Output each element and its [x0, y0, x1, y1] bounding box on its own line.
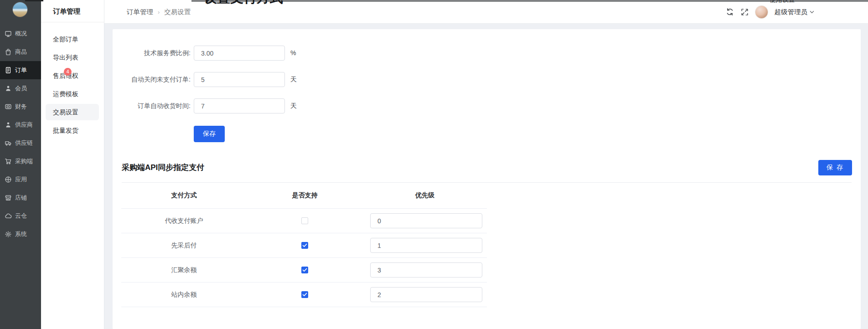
sidebar-item-shop[interactable]: 店铺: [0, 189, 41, 207]
submenu-item-1[interactable]: 导出列表: [41, 48, 104, 67]
priority-cell: [363, 262, 487, 278]
sidebar-item-reel[interactable]: 应用: [0, 170, 41, 189]
truck-icon: [5, 139, 12, 147]
form-unit-suffix: %: [290, 46, 296, 61]
sidebar-item-label: 系统: [15, 230, 27, 238]
sidebar-item-label: 采购端: [15, 157, 33, 165]
sidebar-item-label: 店铺: [15, 194, 27, 202]
submenu-title: 订单管理: [41, 0, 104, 22]
form-value-input[interactable]: [194, 72, 285, 87]
settings-form-row: 自动关闭未支付订单:天: [113, 72, 309, 87]
trade-settings-card: 技术服务费比例:%自动关闭未支付订单:天订单自动收货时间:天 保存 采购端API…: [113, 29, 861, 329]
submenu-item-5[interactable]: 批量发货: [41, 121, 104, 139]
supplier-icon: [5, 121, 12, 129]
submenu-item-label: 全部订单: [53, 36, 78, 43]
column-header-supported: 是否支持: [247, 191, 363, 200]
gear-icon: [5, 231, 12, 238]
submenu-item-label: 批量发货: [53, 127, 78, 134]
sidebar-item-finance[interactable]: 财务: [0, 98, 41, 116]
breadcrumb-parent[interactable]: 订单管理: [127, 8, 153, 16]
sidebar-item-cloud[interactable]: 云仓: [0, 207, 41, 225]
supported-cell: [247, 217, 363, 224]
save-payment-button[interactable]: 保 存: [818, 160, 852, 175]
sidebar-item-order[interactable]: 订单: [0, 61, 41, 79]
form-unit-suffix: 天: [290, 72, 297, 87]
reel-icon: [5, 176, 12, 183]
priority-input[interactable]: [370, 262, 482, 278]
sidebar-item-label: 会员: [15, 84, 27, 93]
user-menu[interactable]: 超级管理员: [775, 8, 815, 16]
payment-method-label: 先采后付: [121, 242, 247, 250]
payment-table-row: 汇聚余额: [121, 258, 487, 283]
form-value-input[interactable]: [194, 46, 285, 61]
supported-cell: [247, 291, 363, 298]
fullscreen-icon[interactable]: [741, 8, 749, 16]
sidebar-item-label: 云仓: [15, 212, 27, 220]
save-settings-button[interactable]: 保存: [194, 126, 225, 142]
priority-input[interactable]: [370, 213, 482, 228]
payment-method-label: 站内余额: [121, 291, 247, 299]
breadcrumb-separator-icon: ›: [158, 9, 160, 15]
submenu-item-4[interactable]: 交易设置: [41, 103, 104, 121]
chevron-down-icon: [810, 10, 814, 14]
support-checkbox[interactable]: [301, 242, 308, 249]
sidebar-item-bag[interactable]: 商品: [0, 43, 41, 61]
monitor-icon: [5, 30, 12, 37]
payment-table-row: 站内余额: [121, 283, 487, 307]
submenu-item-label: 导出列表: [53, 54, 78, 61]
settings-form-row: 订单自动收货时间:天: [113, 98, 309, 113]
settings-form-row: 技术服务费比例:%: [113, 46, 309, 61]
sidebar-item-label: 供应商: [15, 121, 33, 129]
app-logo[interactable]: [13, 2, 27, 17]
payment-method-label: 汇聚余额: [121, 266, 247, 274]
user-avatar[interactable]: [755, 6, 768, 18]
support-checkbox[interactable]: [301, 217, 308, 224]
shop-icon: [5, 194, 12, 201]
sidebar-item-label: 概况: [15, 30, 27, 38]
priority-input[interactable]: [370, 287, 482, 302]
sidebar-item-member[interactable]: 会员: [0, 79, 41, 98]
support-checkbox[interactable]: [301, 291, 308, 298]
form-label: 技术服务费比例:: [113, 46, 191, 61]
payment-section-title: 采购端API同步指定支付: [122, 162, 204, 173]
form-value-input[interactable]: [194, 98, 285, 113]
primary-sidebar: 概况商品订单会员财务供应商供应链采购端应用店铺云仓系统: [0, 0, 41, 329]
breadcrumb: 订单管理 › 交易设置: [127, 0, 191, 24]
main-header: 订单管理 › 交易设置: [104, 0, 868, 24]
payment-method-label: 代收支付账户: [121, 217, 247, 225]
priority-cell: [363, 287, 487, 302]
payment-table-header: 支付方式 是否支持 优先级: [121, 182, 487, 209]
order-icon: [5, 67, 12, 74]
sidebar-item-supplier[interactable]: 供应商: [0, 116, 41, 134]
payment-table: 支付方式 是否支持 优先级 代收支付账户先采后付汇聚余额站内余额: [121, 182, 487, 307]
order-submenu: 订单管理 全部订单导出列表售后维权4运费模板交易设置批量发货: [41, 0, 104, 329]
sidebar-item-cart[interactable]: 采购端: [0, 152, 41, 170]
submenu-item-3[interactable]: 运费模板: [41, 85, 104, 103]
column-header-priority: 优先级: [363, 191, 487, 200]
payment-table-row: 先采后付: [121, 233, 487, 258]
sidebar-item-label: 财务: [15, 103, 27, 111]
form-label: 订单自动收货时间:: [113, 98, 191, 113]
sidebar-item-label: 商品: [15, 48, 27, 56]
priority-cell: [363, 238, 487, 253]
support-checkbox[interactable]: [301, 267, 308, 273]
user-name: 超级管理员: [775, 8, 808, 16]
admin-console: 概况商品订单会员财务供应商供应链采购端应用店铺云仓系统 订单管理 全部订单导出列…: [0, 0, 868, 329]
column-header-method: 支付方式: [121, 191, 247, 200]
refresh-icon[interactable]: [726, 8, 734, 16]
header-actions: 超级管理员: [726, 0, 815, 24]
sidebar-item-monitor[interactable]: 概况: [0, 25, 41, 43]
sidebar-item-label: 供应链: [15, 139, 33, 147]
priority-cell: [363, 213, 487, 228]
supported-cell: [247, 267, 363, 273]
sidebar-item-label: 订单: [15, 66, 27, 74]
submenu-item-0[interactable]: 全部订单: [41, 30, 104, 48]
priority-input[interactable]: [370, 238, 482, 253]
form-label: 自动关闭未支付订单:: [113, 72, 191, 87]
supported-cell: [247, 242, 363, 249]
cart-icon: [5, 158, 12, 165]
sidebar-item-truck[interactable]: 供应链: [0, 134, 41, 152]
notification-badge: 4: [64, 68, 72, 76]
submenu-item-2[interactable]: 售后维权4: [41, 67, 104, 85]
sidebar-item-gear[interactable]: 系统: [0, 225, 41, 243]
